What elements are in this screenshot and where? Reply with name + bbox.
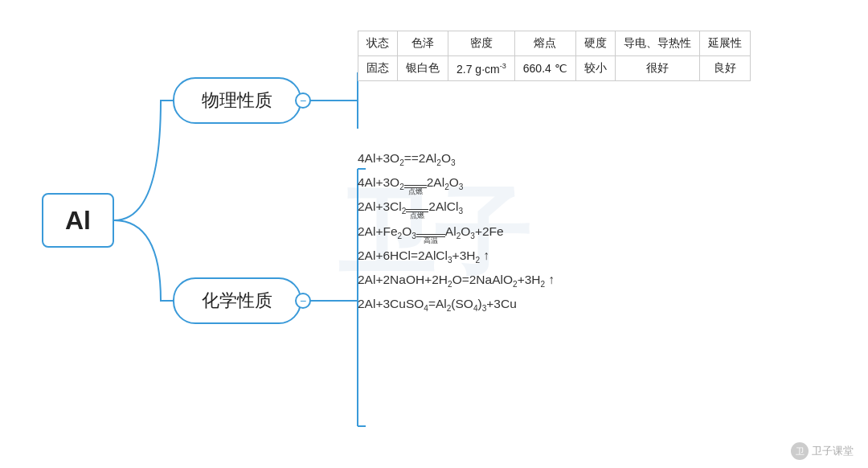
equation-1: 4Al+3O2==2Al2O3 [358,149,555,170]
table-header-state: 状态 [358,31,398,56]
logo-icon: 卫 [791,442,809,460]
physics-collapse-button[interactable]: − [295,92,311,109]
table-header-conductivity: 导电、导热性 [615,31,699,56]
cell-state: 固态 [358,56,398,81]
cell-density: 2.7 g·cm-3 [448,56,515,81]
cell-meltpoint: 660.4 ℃ [514,56,575,81]
al-label: Al [65,206,91,236]
physics-branch-node: 物理性质 − [173,77,301,124]
physics-table: 状态 色泽 密度 熔点 硬度 导电、导热性 延展性 固态 银白色 2.7 g·c… [358,31,751,81]
cell-hardness: 较小 [575,56,615,81]
logo-text: 卫子课堂 [812,444,854,458]
chemistry-collapse-button[interactable]: − [295,293,311,309]
equation-2: 4Al+3O2点燃 2Al2O3 [358,173,555,194]
table-header-meltpoint: 熔点 [514,31,575,56]
equation-4: 2Al+Fe2O3高温 Al2O3+2Fe [358,222,555,243]
cell-ductility: 良好 [699,56,750,81]
physics-label: 物理性质 [202,88,272,113]
table-header-hardness: 硬度 [575,31,615,56]
chemistry-equations-container: 4Al+3O2==2Al2O3 4Al+3O2点燃 2Al2O3 2Al+3Cl… [358,149,555,316]
equation-3: 2Al+3Cl2点燃 2AlCl3 [358,197,555,218]
cell-conductivity: 很好 [615,56,699,81]
table-header-density: 密度 [448,31,515,56]
equation-6: 2Al+2NaOH+2H2O=2NaAlO2+3H2 ↑ [358,270,555,291]
al-central-node: Al [42,193,114,248]
chemistry-branch-node: 化学性质 − [173,277,301,324]
table-header-color: 色泽 [398,31,448,56]
equation-5: 2Al+6HCl=2AlCl3+3H2 ↑ [358,246,555,267]
main-container: 卫子 Al 物理性质 − 化学性质 − 状态 [0,0,868,468]
chemistry-label: 化学性质 [202,289,272,313]
table-row-al: 固态 银白色 2.7 g·cm-3 660.4 ℃ 较小 很好 良好 [358,56,751,81]
equation-7: 2Al+3CuSO4=Al2(SO4)3+3Cu [358,294,555,315]
logo-watermark: 卫 卫子课堂 [791,442,854,460]
table-header-ductility: 延展性 [699,31,750,56]
cell-color: 银白色 [398,56,448,81]
